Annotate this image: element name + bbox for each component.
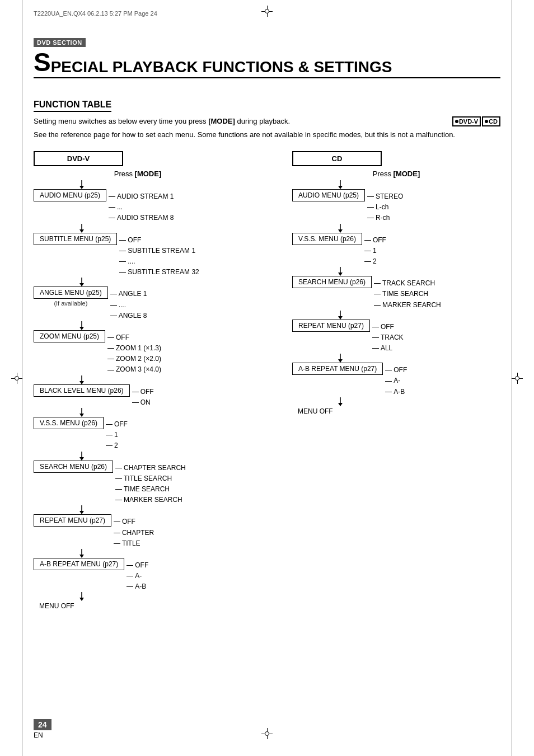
ab-opts-dvd: OFF A- A-B [127, 560, 148, 593]
cd-arrow-svg-1 [336, 224, 344, 233]
dvd-menu-off: MENU OFF [39, 602, 242, 610]
cd-arr-3 [336, 311, 500, 320]
audio-menu-node: AUDIO MENU (p25) [34, 189, 106, 201]
cd-opt-ab-2: A- [385, 375, 407, 386]
arrow-svg-4 [78, 375, 86, 384]
svg-marker-31 [338, 403, 343, 406]
cd-press-mode: Press [MODE] [292, 170, 500, 178]
opt-vss-3: 2 [106, 440, 128, 451]
opt-ang-1: ANGLE 1 [110, 289, 147, 299]
opt-zoom-1: OFF [107, 332, 161, 343]
repeat-menu-node-dvd: REPEAT MENU (p27) [34, 514, 111, 527]
page-number: 24 [34, 719, 51, 730]
if-available: (If available) [34, 300, 108, 307]
arrow-svg-2 [78, 278, 86, 287]
opt-audio-3: AUDIO STREAM 8 [109, 213, 174, 223]
opt-rep-1: OFF [114, 516, 154, 527]
title-rest: PECIAL PLAYBACK FUNCTIONS & SETTINGS [51, 58, 392, 76]
opt-bl-1: OFF [132, 387, 154, 397]
cd-audio-menu-node: AUDIO MENU (p25) [292, 189, 365, 201]
opt-ab-1: OFF [127, 560, 148, 571]
crosshair-top [261, 6, 273, 17]
opt-rep-3: TITLE [114, 538, 154, 549]
cd-arr-2 [336, 267, 500, 276]
opt-audio-2: ... [109, 202, 174, 213]
angle-menu-wrap: ANGLE MENU (p25) (If available) [34, 287, 108, 307]
cd-col-header: CD [292, 151, 382, 166]
opt-zoom-3: ZOOM 2 (×2.0) [107, 354, 161, 364]
audio-opts-lines: AUDIO STREAM 1 ... AUDIO STREAM 8 [109, 191, 174, 224]
cd-arrow-svg-3 [336, 311, 344, 320]
opt-audio-1: AUDIO STREAM 1 [109, 191, 174, 202]
crosshair-left [11, 373, 22, 384]
cd-col-header-wrap: CD [247, 151, 500, 166]
cd-opt-ab-1: OFF [385, 365, 407, 375]
cd-opt-audio-1: STEREO [367, 191, 403, 202]
dvd-section-badge: DVD SECTION [34, 38, 86, 47]
cd-opt-search-2: TIME SEARCH [374, 289, 441, 299]
ab-repeat-menu-node-dvd: A-B REPEAT MENU (p27) [34, 558, 124, 570]
arr-3 [78, 321, 242, 330]
repeat-menu-row-dvd: REPEAT MENU (p27) OFF CHAPTER TITLE [34, 514, 242, 549]
arr-2 [78, 278, 242, 287]
main-title-block: SPECIAL PLAYBACK FUNCTIONS & SETTINGS [34, 49, 500, 78]
cd-search-menu-node: SEARCH MENU (p26) [292, 276, 372, 288]
subtitle-menu-node: SUBTITLE MENU (p25) [34, 233, 117, 245]
audio-menu-opts: AUDIO STREAM 1 ... AUDIO STREAM 8 [109, 191, 174, 224]
cd-arr-4 [336, 354, 500, 363]
arrow-svg-7 [78, 505, 86, 514]
arrow-svg-9 [78, 592, 86, 601]
subtitle-menu-row: SUBTITLE MENU (p25) OFF SUBTITLE STREAM … [34, 233, 242, 278]
cd-arr-0 [336, 180, 500, 189]
svg-marker-19 [79, 598, 84, 601]
mode-bold: [MODE] [208, 117, 235, 125]
cd-opt-audio-3: R-ch [367, 213, 403, 223]
cd-opt-vss-3: 2 [364, 256, 386, 267]
page-container: T2220UA_EN.QX4 06.2.13 5:27 PM Page 24 D… [0, 0, 534, 756]
cd-search-menu-row: SEARCH MENU (p26) TRACK SEARCH TIME SEAR… [292, 276, 500, 311]
cd-repeat-opts: OFF TRACK ALL [372, 322, 404, 354]
cd-menu-off: MENU OFF [298, 407, 500, 415]
dvd-flow-col: Press [MODE] AUDIO MENU (p25) AUDIO STRE… [34, 166, 247, 610]
arrow-svg-8 [78, 549, 86, 558]
page-lang: EN [34, 731, 43, 739]
opt-ab-2: A- [127, 571, 148, 581]
black-level-row: BLACK LEVEL MENU (p26) OFF ON [34, 384, 242, 408]
left-margin-line [22, 0, 23, 756]
cd-opt-vss-2: 1 [364, 246, 386, 256]
angle-opts: ANGLE 1 .... ANGLE 8 [110, 289, 147, 321]
vss-menu-row-dvd: V.S.S. MENU (p26) OFF 1 2 [34, 417, 242, 452]
opt-ang-3: ANGLE 8 [110, 311, 147, 321]
cd-search-opts: TRACK SEARCH TIME SEARCH MARKER SEARCH [374, 278, 441, 311]
opt-bl-2: ON [132, 397, 154, 408]
cd-opt-vss-1: OFF [364, 235, 386, 246]
zoom-menu-row: ZOOM MENU (p25) OFF ZOOM 1 (×1.3) ZOOM 2… [34, 330, 242, 375]
cd-opt-rep-3: ALL [372, 343, 404, 354]
dvd-col-header: DVD-V [34, 151, 123, 166]
intro-text: Setting menu switches as below every tim… [34, 116, 500, 140]
arr-1 [78, 224, 242, 233]
opt-ang-2: .... [110, 300, 147, 311]
cd-audio-opts: STEREO L-ch R-ch [367, 191, 403, 224]
cd-repeat-menu-node: REPEAT MENU (p27) [292, 320, 370, 332]
vss-opts-dvd: OFF 1 2 [106, 419, 128, 452]
audio-menu-row: AUDIO MENU (p25) AUDIO STREAM 1 ... AUDI… [34, 189, 242, 224]
zoom-menu-node: ZOOM MENU (p25) [34, 330, 105, 342]
arr-0 [78, 180, 242, 189]
opt-vss-1: OFF [106, 419, 128, 430]
black-level-node: BLACK LEVEL MENU (p26) [34, 384, 130, 397]
arr-9 [78, 592, 242, 601]
vss-menu-node-dvd: V.S.S. MENU (p26) [34, 417, 104, 429]
zoom-opts: OFF ZOOM 1 (×1.3) ZOOM 2 (×2.0) ZOOM 3 (… [107, 332, 161, 375]
cd-vss-menu-node: V.S.S. MENU (p26) [292, 233, 362, 245]
black-level-opts: OFF ON [132, 387, 154, 408]
opt-rep-2: CHAPTER [114, 528, 154, 538]
crosshair-bottom [261, 728, 273, 739]
arrow-svg-0 [78, 180, 86, 189]
title-big-letter: S [34, 48, 51, 77]
cd-arrow-svg-5 [336, 397, 344, 406]
cd-ab-opts: OFF A- A-B [385, 365, 407, 397]
opt-vss-2: 1 [106, 430, 128, 440]
opt-sub-4: SUBTITLE STREAM 32 [119, 267, 199, 278]
opt-search-1: CHAPTER SEARCH [115, 463, 186, 473]
